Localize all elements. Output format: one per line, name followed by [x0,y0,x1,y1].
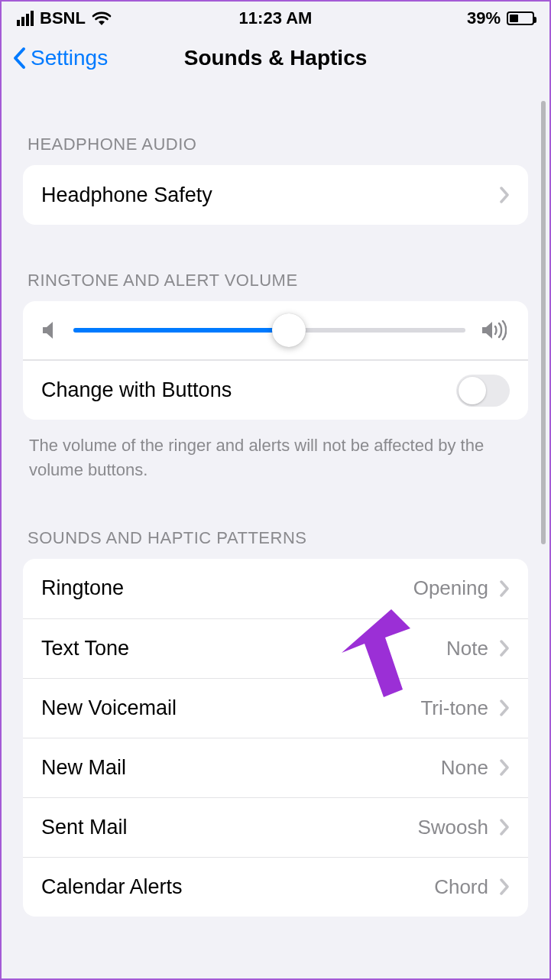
speaker-high-icon [481,320,507,341]
group-sound-patterns: RingtoneOpeningText ToneNoteNew Voicemai… [23,559,528,917]
group-headphone-audio: Headphone Safety [23,165,528,225]
slider-thumb[interactable] [272,313,306,347]
row-label: New Mail [41,756,441,780]
speaker-low-icon [41,320,58,340]
row-sound-pattern[interactable]: New VoicemailTri-tone [23,678,528,738]
row-sound-pattern[interactable]: New MailNone [23,738,528,797]
row-label: Change with Buttons [41,378,456,402]
row-label: Headphone Safety [41,183,499,207]
chevron-right-icon [499,640,510,657]
row-value: Chord [434,875,488,899]
row-label: Text Tone [41,637,446,660]
row-value: Swoosh [418,816,489,839]
row-label: Ringtone [41,576,413,600]
row-sound-pattern[interactable]: RingtoneOpening [23,559,528,618]
row-label: Calendar Alerts [41,875,434,899]
chevron-right-icon [499,580,510,597]
chevron-right-icon [499,878,510,895]
row-sound-pattern[interactable]: Text ToneNote [23,618,528,678]
battery-icon [507,11,534,25]
volume-slider-row [23,301,528,360]
row-value: Tri-tone [420,696,488,720]
battery-fill [510,15,518,22]
row-value: Opening [413,576,488,600]
back-label: Settings [31,46,108,70]
row-label: New Voicemail [41,696,420,720]
chevron-right-icon [499,819,510,836]
section-header-ringtone-volume: RINGTONE AND ALERT VOLUME [23,271,528,290]
row-sound-pattern[interactable]: Calendar AlertsChord [23,857,528,917]
clock: 11:23 AM [2,8,549,28]
row-value: Note [446,637,488,660]
row-label: Sent Mail [41,816,418,839]
chevron-right-icon [499,759,510,776]
group-ringtone-volume: Change with Buttons [23,301,528,420]
section-header-sound-patterns: SOUNDS AND HAPTIC PATTERNS [23,528,528,548]
nav-bar: Settings Sounds & Haptics [2,35,549,81]
chevron-left-icon [12,47,28,70]
status-bar: BSNL 11:23 AM 39% [2,2,549,35]
row-value: None [441,756,488,780]
row-headphone-safety[interactable]: Headphone Safety [23,165,528,225]
section-header-headphone-audio: HEADPHONE AUDIO [23,135,528,154]
section-footer-ringtone-volume: The volume of the ringer and alerts will… [23,420,528,482]
row-sound-pattern[interactable]: Sent MailSwoosh [23,797,528,857]
chevron-right-icon [499,187,510,203]
switch-knob [459,377,486,404]
back-button[interactable]: Settings [12,46,108,70]
volume-slider[interactable] [73,328,465,333]
toggle-change-with-buttons[interactable] [456,375,510,407]
row-change-with-buttons[interactable]: Change with Buttons [23,360,528,420]
scroll-indicator[interactable] [541,101,546,544]
chevron-right-icon [499,699,510,716]
